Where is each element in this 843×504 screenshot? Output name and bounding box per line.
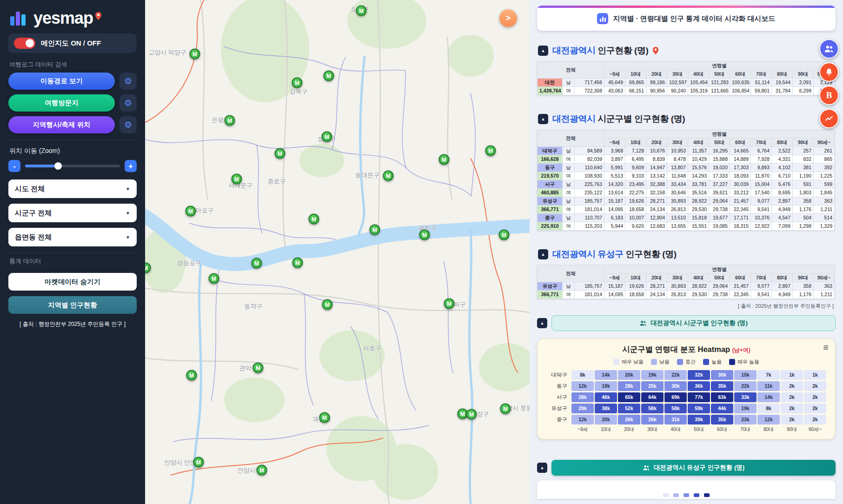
map-area[interactable]: > 고양시 덕양구도봉구강북구은평구성북구종로구서대문구마포구동대문구광진구영등… <box>145 0 530 504</box>
map-marker[interactable]: M <box>232 174 242 185</box>
population-button[interactable]: 지역별 인구현황 <box>8 296 137 314</box>
heatmap-cell[interactable]: 52k <box>618 404 640 413</box>
heatmap-cell[interactable]: 20k <box>595 415 617 424</box>
heatmap-cell[interactable]: 8k <box>571 370 594 380</box>
heatmap-cell[interactable]: 1k <box>781 370 803 380</box>
main-map-toggle[interactable] <box>14 38 35 49</box>
heatmap-cell[interactable]: 35k <box>711 381 733 391</box>
panel-collapse-button[interactable]: > <box>499 9 517 27</box>
map-marker[interactable]: M <box>500 404 511 414</box>
heatmap-cell[interactable]: 77k <box>688 392 710 402</box>
map-marker[interactable]: M <box>322 132 332 142</box>
heatmap-cell[interactable]: 2k <box>804 415 826 424</box>
collapse-toggle[interactable]: ▲ <box>538 114 548 124</box>
search-button-3[interactable]: 지역행사/축제 위치 <box>8 116 115 133</box>
map-marker[interactable]: M <box>253 363 264 373</box>
heatmap-cell[interactable]: 31k <box>664 415 687 424</box>
chart-menu-button[interactable]: ≡ <box>823 343 829 352</box>
float-button-people[interactable] <box>819 39 839 59</box>
map-marker[interactable]: M <box>322 299 333 310</box>
map-marker[interactable]: M <box>444 298 455 309</box>
heatmap-cell[interactable]: 58k <box>664 404 687 413</box>
search-button-2[interactable]: 여행방문지 <box>8 94 115 112</box>
heatmap-cell[interactable]: 22k <box>734 381 757 391</box>
heatmap-cell[interactable]: 2k <box>781 381 803 391</box>
yuseong-population-banner[interactable]: 대전광역시 유성구 인구현황 (명) <box>551 460 836 476</box>
map-marker[interactable]: M <box>292 78 303 88</box>
map-marker[interactable]: M <box>324 71 334 81</box>
map-marker[interactable]: M <box>186 206 196 217</box>
map-marker[interactable]: M <box>275 148 285 159</box>
map-marker[interactable]: M <box>292 258 303 268</box>
map-marker[interactable]: M <box>186 370 197 381</box>
map-marker[interactable]: M <box>209 273 219 284</box>
heatmap-cell[interactable]: 25k <box>641 381 664 391</box>
heatmap-cell[interactable]: 59k <box>688 404 710 413</box>
heatmap-cell[interactable]: 15k <box>734 370 757 380</box>
heatmap-cell[interactable]: 19k <box>734 404 757 413</box>
heatmap-cell[interactable]: 2k <box>781 415 803 424</box>
region-dropdown-1[interactable]: 시도 전체▼ <box>8 179 137 198</box>
heatmap-cell[interactable]: 20k <box>618 370 640 380</box>
map-marker[interactable]: M <box>225 115 235 126</box>
float-button-blog[interactable]: B <box>819 86 839 105</box>
map-marker[interactable]: M <box>485 146 496 156</box>
collapse-toggle[interactable]: ▲ <box>537 318 547 328</box>
heatmap-cell[interactable]: 29k <box>571 404 594 413</box>
settings-button[interactable]: ⚙ <box>119 94 137 112</box>
map-marker[interactable]: M <box>466 409 477 420</box>
heatmap-cell[interactable]: 19k <box>595 381 617 391</box>
collapse-toggle[interactable]: ▲ <box>538 46 548 56</box>
heatmap-cell[interactable]: 33k <box>734 392 757 402</box>
heatmap-cell[interactable]: 35k <box>711 415 733 424</box>
heatmap-cell[interactable]: 2k <box>781 404 803 413</box>
map-marker[interactable]: M <box>309 214 319 225</box>
heatmap-cell[interactable]: 22k <box>664 370 687 380</box>
heatmap-cell[interactable]: 28k <box>618 381 640 391</box>
region-dropdown-3[interactable]: 읍면동 전체▼ <box>8 228 137 246</box>
heatmap-cell[interactable]: 14k <box>595 370 617 380</box>
zoom-slider-handle[interactable] <box>54 162 62 170</box>
map-marker[interactable]: M <box>439 154 450 165</box>
map-marker[interactable]: M <box>252 258 262 269</box>
heatmap-cell[interactable]: 30k <box>664 381 687 391</box>
heatmap-cell[interactable]: 1k <box>804 370 826 380</box>
zoom-slider[interactable] <box>25 165 120 167</box>
sigungu-population-banner[interactable]: 대전광역시 시군구별 인구현황 (명) <box>551 315 836 331</box>
heatmap-cell[interactable]: 36k <box>688 381 710 391</box>
map-marker[interactable]: M <box>319 412 330 423</box>
heatmap-cell[interactable]: 38k <box>595 404 617 413</box>
heatmap-cell[interactable]: 2k <box>804 381 826 391</box>
heatmap-cell[interactable]: 12k <box>571 381 594 391</box>
heatmap-cell[interactable]: 30k <box>711 370 733 380</box>
heatmap-cell[interactable]: 14k <box>757 392 780 402</box>
heatmap-cell[interactable]: 64k <box>641 392 664 402</box>
region-dropdown-2[interactable]: 시군구 전체▼ <box>8 204 137 222</box>
collapse-toggle[interactable]: ▲ <box>538 249 548 259</box>
map-marker[interactable]: M <box>383 171 394 181</box>
heatmap-cell[interactable]: 63k <box>711 392 733 402</box>
heatmap-cell[interactable]: 2k <box>804 404 826 413</box>
zoom-in-button[interactable]: + <box>125 160 137 172</box>
map-marker[interactable]: M <box>370 225 380 235</box>
heatmap-cell[interactable]: 11k <box>757 381 780 391</box>
map-marker[interactable]: M <box>499 230 510 240</box>
float-button-chart[interactable] <box>819 109 839 128</box>
heatmap-cell[interactable]: 65k <box>618 392 640 402</box>
heatmap-cell[interactable]: 46k <box>595 392 617 402</box>
heatmap-cell[interactable]: 44k <box>711 404 733 413</box>
map-marker[interactable]: M <box>356 6 367 16</box>
heatmap-cell[interactable]: 28k <box>571 392 594 402</box>
map-marker[interactable]: M <box>190 49 200 60</box>
heatmap-cell[interactable]: 2k <box>781 392 803 402</box>
heatmap-cell[interactable]: 26k <box>618 415 640 424</box>
heatmap-cell[interactable]: 69k <box>664 392 687 402</box>
zoom-out-button[interactable]: - <box>8 160 20 172</box>
settings-button[interactable]: ⚙ <box>119 73 137 90</box>
settings-button[interactable]: ⚙ <box>119 116 137 133</box>
heatmap-cell[interactable]: 23k <box>734 415 757 424</box>
heatmap-cell[interactable]: 2k <box>804 392 826 402</box>
map-marker[interactable]: M <box>419 230 430 240</box>
map-marker[interactable]: M <box>193 457 204 468</box>
search-button-1[interactable]: 이동경로 보기 <box>8 73 115 90</box>
